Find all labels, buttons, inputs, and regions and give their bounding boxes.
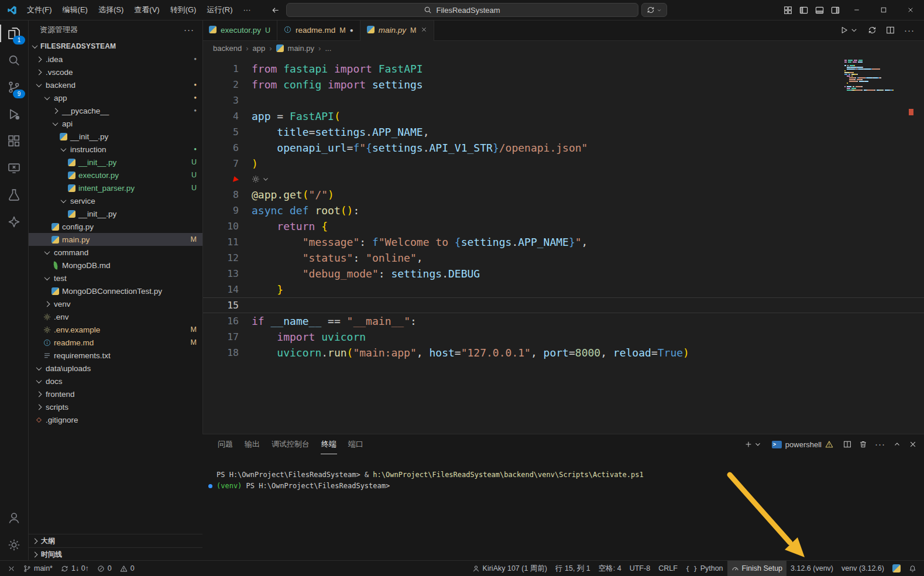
menu-item[interactable]: 查看(V): [129, 0, 164, 20]
close-tab-icon[interactable]: [421, 26, 427, 35]
tree-item[interactable]: .idea●: [28, 53, 202, 66]
tree-item[interactable]: .gitignore: [28, 413, 202, 426]
tree-item[interactable]: config.py: [28, 220, 202, 233]
copilot-menu-button[interactable]: [641, 3, 667, 17]
activity-testing[interactable]: [0, 181, 28, 208]
breadcrumb-item[interactable]: main.py: [288, 44, 315, 53]
panel-tab-5[interactable]: 端口: [342, 434, 369, 454]
status-encoding[interactable]: UTF-8: [626, 561, 654, 576]
tab-readme.md[interactable]: readme.mdM●: [277, 20, 360, 40]
breadcrumb-item[interactable]: backend: [213, 44, 242, 53]
tree-item[interactable]: .vscode: [28, 66, 202, 78]
tree-item[interactable]: __init__.py: [28, 130, 202, 143]
tab-main.py[interactable]: main.pyM: [360, 20, 434, 40]
tree-item[interactable]: scripts: [28, 400, 202, 413]
status-python-logo[interactable]: [888, 561, 905, 576]
maximize-panel-icon[interactable]: [893, 440, 901, 448]
outline-section[interactable]: 大纲: [28, 534, 202, 547]
tree-item[interactable]: executor.pyU: [28, 169, 202, 181]
panel-tab-4[interactable]: 终端: [315, 434, 342, 454]
menu-item[interactable]: 运行(R): [201, 0, 238, 20]
activity-source-control[interactable]: 9: [0, 74, 28, 101]
toggle-panel-icon[interactable]: [812, 0, 827, 20]
minimize-button[interactable]: [843, 0, 870, 20]
activity-accounts[interactable]: [0, 505, 28, 532]
tree-item[interactable]: __pycache__●: [28, 104, 202, 117]
tab-executor.py[interactable]: executor.pyU: [202, 20, 277, 40]
tree-item[interactable]: requirements.txt: [28, 349, 202, 362]
panel-tab-2[interactable]: 输出: [239, 434, 266, 454]
timeline-section[interactable]: 时间线: [28, 547, 202, 561]
split-terminal-icon[interactable]: [843, 440, 851, 448]
status-finish-setup[interactable]: Finish Setup: [727, 561, 786, 576]
terminal-instance-powershell[interactable]: > powershell: [770, 440, 836, 449]
activity-extensions[interactable]: [0, 128, 28, 155]
status-language-mode[interactable]: { }Python: [682, 561, 727, 576]
command-center-search[interactable]: FilesReadSysteam: [286, 3, 638, 17]
status-warnings[interactable]: 0: [116, 561, 139, 576]
status-cursor-position[interactable]: 行 15, 列 1: [551, 561, 595, 576]
breadcrumb-item[interactable]: app: [253, 44, 266, 53]
tree-item[interactable]: MongoDBConnectionTest.py: [28, 284, 202, 297]
code-editor[interactable]: 1from fastapi import FastAPI2from config…: [202, 55, 924, 434]
activity-search[interactable]: [0, 47, 28, 74]
status-eol[interactable]: CRLF: [654, 561, 682, 576]
status-git-blame[interactable]: KiriAky 107 (1 周前): [468, 561, 551, 576]
more-actions-icon[interactable]: ···: [904, 28, 915, 33]
menu-item[interactable]: 转到(G): [165, 0, 202, 20]
activity-settings[interactable]: [0, 532, 28, 558]
terminal-content[interactable]: PS H:\OwnProject\FilesReadSysteam> & h:\…: [202, 454, 924, 561]
menu-item[interactable]: 编辑(E): [57, 0, 93, 20]
launch-profile-button[interactable]: [744, 440, 762, 448]
back-icon[interactable]: [271, 6, 280, 15]
tree-item[interactable]: MongoDB.md: [28, 259, 202, 272]
customize-layout-icon[interactable]: [780, 0, 796, 20]
minimap[interactable]: [844, 60, 898, 91]
close-panel-icon[interactable]: [909, 440, 917, 448]
tree-item[interactable]: api: [28, 117, 202, 130]
tree-item[interactable]: instruction●: [28, 143, 202, 156]
tree-item[interactable]: intent_parser.pyU: [28, 181, 202, 194]
tree-item[interactable]: venv: [28, 297, 202, 310]
tree-item[interactable]: data\uploads: [28, 362, 202, 375]
command-decoration[interactable]: [208, 484, 212, 488]
tree-item[interactable]: __init__.pyU: [28, 156, 202, 169]
tree-item[interactable]: command: [28, 246, 202, 259]
panel-tab-3[interactable]: 调试控制台: [266, 434, 315, 454]
activity-explorer[interactable]: 1: [0, 20, 28, 47]
activity-remote-explorer[interactable]: [0, 155, 28, 181]
status-errors[interactable]: 0: [93, 561, 116, 576]
tree-item[interactable]: main.pyM: [28, 233, 202, 246]
menu-item[interactable]: 选择(S): [93, 0, 129, 20]
activity-run-and-debug[interactable]: [0, 101, 28, 128]
panel-tab-1[interactable]: 问题: [212, 434, 239, 454]
status-remote-indicator[interactable]: [4, 561, 19, 576]
run-python-file-button[interactable]: [840, 26, 858, 35]
tree-item[interactable]: test: [28, 272, 202, 284]
tree-item[interactable]: service: [28, 194, 202, 207]
tree-item[interactable]: frontend: [28, 388, 202, 400]
tree-item[interactable]: docs: [28, 375, 202, 388]
toggle-primary-sidebar-icon[interactable]: [796, 0, 812, 20]
tree-item[interactable]: __init__.py: [28, 207, 202, 220]
toggle-secondary-sidebar-icon[interactable]: [827, 0, 843, 20]
menu-item[interactable]: 文件(F): [22, 0, 57, 20]
status-python-interpreter[interactable]: 3.12.6 (venv): [786, 561, 837, 576]
status-notifications[interactable]: [905, 561, 920, 576]
tree-item[interactable]: app●: [28, 91, 202, 104]
kill-terminal-icon[interactable]: [859, 440, 867, 448]
menu-item[interactable]: ···: [238, 0, 256, 20]
more-actions-icon[interactable]: ···: [184, 27, 194, 33]
status-branch[interactable]: main*: [19, 561, 57, 576]
status-indentation[interactable]: 空格: 4: [595, 561, 626, 576]
tree-item[interactable]: .env.exampleM: [28, 323, 202, 336]
split-editor-icon[interactable]: [886, 26, 895, 35]
tree-item[interactable]: .env: [28, 310, 202, 323]
activity-extension[interactable]: [0, 208, 28, 235]
inline-widget[interactable]: [202, 172, 924, 187]
tree-item[interactable]: backend●: [28, 78, 202, 91]
status-sync-changes[interactable]: 1↓ 0↑: [57, 561, 93, 576]
more-actions-icon[interactable]: ···: [875, 441, 885, 447]
tree-root[interactable]: FILESREADSYSTEAM: [28, 40, 202, 53]
tree-item[interactable]: readme.mdM: [28, 336, 202, 349]
